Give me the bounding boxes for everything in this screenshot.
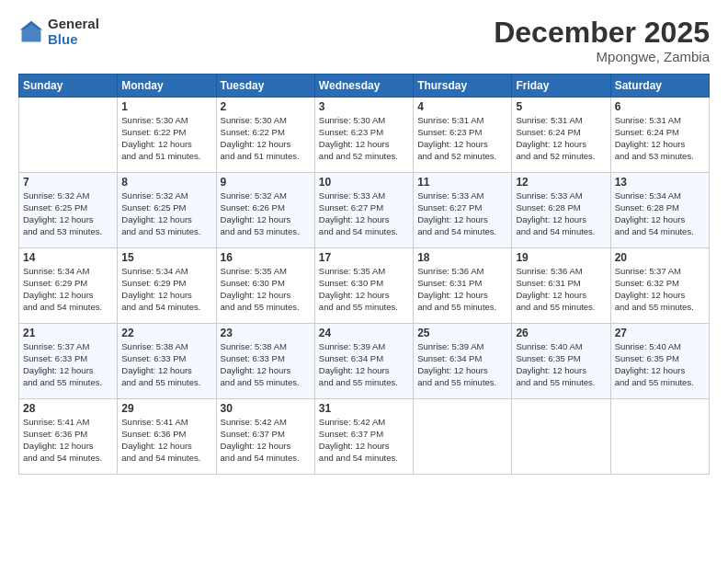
day-info: Sunrise: 5:32 AMSunset: 6:25 PMDaylight:…: [23, 190, 113, 237]
day-info: Sunrise: 5:34 AMSunset: 6:29 PMDaylight:…: [121, 266, 211, 313]
day-info: Sunrise: 5:31 AMSunset: 6:23 PMDaylight:…: [417, 115, 507, 162]
calendar-cell: 9Sunrise: 5:32 AMSunset: 6:26 PMDaylight…: [216, 173, 314, 248]
day-number: 7: [23, 176, 113, 189]
calendar-cell: 13Sunrise: 5:34 AMSunset: 6:28 PMDayligh…: [610, 173, 709, 248]
calendar-cell: 7Sunrise: 5:32 AMSunset: 6:25 PMDaylight…: [19, 173, 118, 248]
day-info: Sunrise: 5:36 AMSunset: 6:31 PMDaylight:…: [417, 266, 507, 313]
main-title: December 2025: [494, 17, 710, 49]
title-area: December 2025 Mpongwe, Zambia: [494, 17, 710, 64]
calendar-cell: [610, 399, 709, 475]
day-number: 20: [615, 251, 705, 264]
day-info: Sunrise: 5:37 AMSunset: 6:32 PMDaylight:…: [615, 266, 705, 313]
day-info: Sunrise: 5:30 AMSunset: 6:22 PMDaylight:…: [121, 115, 211, 162]
day-info: Sunrise: 5:33 AMSunset: 6:27 PMDaylight:…: [417, 190, 507, 237]
day-info: Sunrise: 5:33 AMSunset: 6:28 PMDaylight:…: [516, 190, 606, 237]
calendar-cell: 22Sunrise: 5:38 AMSunset: 6:33 PMDayligh…: [118, 324, 216, 399]
logo-blue-text: Blue: [48, 32, 99, 48]
day-number: 4: [417, 100, 507, 113]
weekday-header-sunday: Sunday: [19, 75, 118, 98]
day-info: Sunrise: 5:35 AMSunset: 6:30 PMDaylight:…: [319, 266, 409, 313]
calendar-cell: 28Sunrise: 5:41 AMSunset: 6:36 PMDayligh…: [19, 399, 118, 475]
calendar-cell: 29Sunrise: 5:41 AMSunset: 6:36 PMDayligh…: [118, 399, 216, 475]
day-info: Sunrise: 5:30 AMSunset: 6:23 PMDaylight:…: [319, 115, 409, 162]
logo-general-text: General: [48, 17, 99, 32]
day-info: Sunrise: 5:35 AMSunset: 6:30 PMDaylight:…: [221, 266, 311, 313]
day-info: Sunrise: 5:40 AMSunset: 6:35 PMDaylight:…: [615, 341, 705, 388]
day-number: 1: [121, 100, 211, 113]
week-row-5: 28Sunrise: 5:41 AMSunset: 6:36 PMDayligh…: [19, 399, 710, 475]
day-info: Sunrise: 5:39 AMSunset: 6:34 PMDaylight:…: [319, 341, 409, 388]
calendar-cell: 3Sunrise: 5:30 AMSunset: 6:23 PMDaylight…: [314, 98, 413, 173]
calendar-cell: 5Sunrise: 5:31 AMSunset: 6:24 PMDaylight…: [512, 98, 610, 173]
day-number: 21: [23, 327, 113, 339]
week-row-4: 21Sunrise: 5:37 AMSunset: 6:33 PMDayligh…: [19, 324, 710, 399]
day-number: 19: [516, 251, 606, 264]
calendar-cell: 11Sunrise: 5:33 AMSunset: 6:27 PMDayligh…: [414, 173, 512, 248]
day-number: 31: [319, 402, 409, 415]
day-info: Sunrise: 5:38 AMSunset: 6:33 PMDaylight:…: [221, 341, 311, 388]
calendar-cell: 4Sunrise: 5:31 AMSunset: 6:23 PMDaylight…: [414, 98, 512, 173]
calendar-cell: 12Sunrise: 5:33 AMSunset: 6:28 PMDayligh…: [512, 173, 610, 248]
day-number: 6: [615, 100, 705, 113]
day-info: Sunrise: 5:31 AMSunset: 6:24 PMDaylight:…: [615, 115, 705, 162]
calendar-cell: 31Sunrise: 5:42 AMSunset: 6:37 PMDayligh…: [314, 399, 413, 475]
logo-text: General Blue: [48, 17, 99, 47]
page: General Blue December 2025 Mpongwe, Zamb…: [0, 0, 728, 563]
day-info: Sunrise: 5:32 AMSunset: 6:25 PMDaylight:…: [121, 190, 211, 237]
day-number: 12: [516, 176, 606, 189]
calendar-cell: 26Sunrise: 5:40 AMSunset: 6:35 PMDayligh…: [512, 324, 610, 399]
day-number: 22: [121, 327, 211, 339]
day-number: 16: [221, 251, 311, 264]
day-number: 28: [23, 402, 113, 415]
header: General Blue December 2025 Mpongwe, Zamb…: [18, 17, 710, 64]
weekday-header-monday: Monday: [118, 75, 216, 98]
day-number: 25: [417, 327, 507, 339]
day-number: 17: [319, 251, 409, 264]
day-info: Sunrise: 5:38 AMSunset: 6:33 PMDaylight:…: [121, 341, 211, 388]
day-number: 14: [23, 251, 113, 264]
day-number: 10: [319, 176, 409, 189]
calendar-cell: [414, 399, 512, 475]
day-number: 18: [417, 251, 507, 264]
day-number: 13: [615, 176, 705, 189]
day-number: 5: [516, 100, 606, 113]
day-info: Sunrise: 5:37 AMSunset: 6:33 PMDaylight:…: [23, 341, 113, 388]
logo-icon: [18, 19, 44, 45]
calendar-table: SundayMondayTuesdayWednesdayThursdayFrid…: [18, 74, 710, 475]
calendar-cell: 2Sunrise: 5:30 AMSunset: 6:22 PMDaylight…: [216, 98, 314, 173]
weekday-header-wednesday: Wednesday: [314, 75, 413, 98]
day-info: Sunrise: 5:41 AMSunset: 6:36 PMDaylight:…: [23, 417, 113, 464]
day-number: 2: [221, 100, 311, 113]
weekday-header-friday: Friday: [512, 75, 610, 98]
calendar-cell: 19Sunrise: 5:36 AMSunset: 6:31 PMDayligh…: [512, 248, 610, 324]
day-number: 15: [121, 251, 211, 264]
day-info: Sunrise: 5:39 AMSunset: 6:34 PMDaylight:…: [417, 341, 507, 388]
day-info: Sunrise: 5:31 AMSunset: 6:24 PMDaylight:…: [516, 115, 606, 162]
calendar-cell: 23Sunrise: 5:38 AMSunset: 6:33 PMDayligh…: [216, 324, 314, 399]
day-info: Sunrise: 5:34 AMSunset: 6:28 PMDaylight:…: [615, 190, 705, 237]
day-number: 29: [121, 402, 211, 415]
calendar-cell: 24Sunrise: 5:39 AMSunset: 6:34 PMDayligh…: [314, 324, 413, 399]
day-number: 23: [221, 327, 311, 339]
calendar-cell: 17Sunrise: 5:35 AMSunset: 6:30 PMDayligh…: [314, 248, 413, 324]
weekday-header-thursday: Thursday: [414, 75, 512, 98]
day-info: Sunrise: 5:40 AMSunset: 6:35 PMDaylight:…: [516, 341, 606, 388]
calendar-cell: 6Sunrise: 5:31 AMSunset: 6:24 PMDaylight…: [610, 98, 709, 173]
week-row-2: 7Sunrise: 5:32 AMSunset: 6:25 PMDaylight…: [19, 173, 710, 248]
weekday-header-saturday: Saturday: [610, 75, 709, 98]
day-number: 11: [417, 176, 507, 189]
calendar-cell: 14Sunrise: 5:34 AMSunset: 6:29 PMDayligh…: [19, 248, 118, 324]
calendar-cell: 8Sunrise: 5:32 AMSunset: 6:25 PMDaylight…: [118, 173, 216, 248]
calendar-cell: 18Sunrise: 5:36 AMSunset: 6:31 PMDayligh…: [414, 248, 512, 324]
calendar-cell: 10Sunrise: 5:33 AMSunset: 6:27 PMDayligh…: [314, 173, 413, 248]
calendar-cell: 16Sunrise: 5:35 AMSunset: 6:30 PMDayligh…: [216, 248, 314, 324]
day-info: Sunrise: 5:42 AMSunset: 6:37 PMDaylight:…: [221, 417, 311, 464]
subtitle: Mpongwe, Zambia: [494, 49, 710, 64]
day-info: Sunrise: 5:41 AMSunset: 6:36 PMDaylight:…: [121, 417, 211, 464]
logo: General Blue: [18, 17, 99, 47]
calendar-cell: [19, 98, 118, 173]
day-info: Sunrise: 5:32 AMSunset: 6:26 PMDaylight:…: [221, 190, 311, 237]
day-number: 30: [221, 402, 311, 415]
day-number: 26: [516, 327, 606, 339]
calendar-cell: 21Sunrise: 5:37 AMSunset: 6:33 PMDayligh…: [19, 324, 118, 399]
